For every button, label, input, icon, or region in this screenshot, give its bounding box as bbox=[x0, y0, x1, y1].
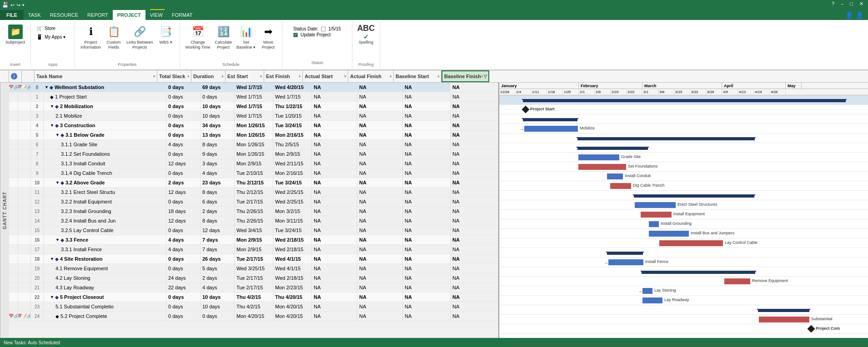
row-task-name[interactable]: 4.1 Remove Equipment bbox=[44, 264, 166, 273]
table-row[interactable]: 93.1.4 Dig Cable Trench0 days4 daysTue 2… bbox=[9, 169, 498, 178]
row-task-name[interactable]: 2.1 Mobilize bbox=[44, 111, 166, 120]
status-date-checkbox[interactable] bbox=[321, 27, 326, 31]
table-row[interactable]: 143.2.4 Install Bus and Jun12 days8 days… bbox=[9, 216, 498, 226]
col-header-actual-finish[interactable]: Actual Finish ▾ bbox=[348, 70, 394, 82]
table-row[interactable]: 123.2.2 Install Equipment0 days6 daysTue… bbox=[9, 197, 498, 207]
redo-icon[interactable]: ↪ bbox=[16, 2, 20, 8]
table-row[interactable]: 10▼◆3.2 Above Grade2 days23 daysThu 2/12… bbox=[9, 178, 498, 188]
calculate-project-button[interactable]: 🔢 CalculateProject bbox=[213, 24, 234, 51]
table-row[interactable]: 18▼◆4 Site Restoration0 days26 daysTue 2… bbox=[9, 254, 498, 264]
close-button[interactable]: ✕ bbox=[857, 1, 866, 7]
table-row[interactable]: 63.1.1 Grade Site4 days8 daysMon 1/26/15… bbox=[9, 140, 498, 149]
tab-resource[interactable]: RESOURCE bbox=[45, 10, 83, 20]
table-row[interactable]: 4▼◆3 Construction0 days34 daysMon 1/26/1… bbox=[9, 121, 498, 130]
sign-in-area[interactable]: 👤 👤 bbox=[838, 11, 868, 19]
table-row[interactable]: 153.2.5 Lay Control Cable0 days12 daysWe… bbox=[9, 226, 498, 235]
minimize-button[interactable]: – bbox=[838, 1, 846, 7]
actual-finish-dropdown-icon[interactable]: ▾ bbox=[390, 74, 391, 79]
row-task-name[interactable]: 3.2.2 Install Equipment bbox=[44, 197, 166, 206]
col-header-id[interactable] bbox=[22, 70, 35, 82]
col-header-baseline-start[interactable]: Baseline Start ▾ bbox=[394, 70, 442, 82]
project-information-button[interactable]: ℹ ProjectInformation bbox=[79, 24, 103, 51]
spelling-button[interactable]: ABC ✓ Spelling bbox=[356, 24, 376, 46]
row-task-name[interactable]: 3.2.3 Install Grounding bbox=[44, 207, 166, 216]
row-task-name[interactable]: ◆1 Project Start bbox=[44, 92, 166, 101]
undo-icon[interactable]: ↩ bbox=[10, 2, 15, 8]
tab-file[interactable]: FILE bbox=[0, 10, 24, 20]
table-row[interactable]: 173.3.1 Install Fence4 days7 daysMon 2/9… bbox=[9, 245, 498, 254]
table-row[interactable]: 214.3 Lay Roadway22 days4 daysTue 2/17/1… bbox=[9, 283, 498, 292]
help-button[interactable]: ? bbox=[829, 1, 837, 7]
row-task-name[interactable]: ▼◆3.2 Above Grade bbox=[44, 178, 166, 187]
task-name-dropdown-icon[interactable]: ▾ bbox=[153, 74, 155, 79]
total-slack-dropdown-icon[interactable]: ▾ bbox=[187, 74, 189, 79]
my-apps-button[interactable]: 📱 My Apps ▾ bbox=[35, 33, 71, 41]
row-task-name[interactable]: ▼◆2 Mobilization bbox=[44, 102, 166, 111]
tab-format[interactable]: FORMAT bbox=[167, 10, 197, 20]
maximize-button[interactable]: □ bbox=[847, 1, 856, 7]
table-row[interactable]: 📅🔗📅📝🔗24◆5.2 Project Complete0 days0 days… bbox=[9, 312, 498, 321]
table-row[interactable]: 2▼◆2 Mobilization0 days10 daysWed 1/7/15… bbox=[9, 102, 498, 111]
customize-icon[interactable]: ▾ bbox=[22, 3, 25, 7]
table-row[interactable]: 83.1.3 Install Conduit12 days3 daysMon 2… bbox=[9, 159, 498, 169]
baseline-start-dropdown-icon[interactable]: ▾ bbox=[437, 74, 439, 79]
table-row[interactable]: 32.1 Mobilize0 days10 daysWed 1/7/15Tue … bbox=[9, 111, 498, 121]
row-task-name[interactable]: ▼◆3 Construction bbox=[44, 121, 166, 130]
tab-project[interactable]: PROJECT bbox=[113, 10, 146, 20]
col-header-total-slack[interactable]: Total Slack ▾ bbox=[157, 70, 191, 82]
update-project-checkbox[interactable]: ✓ bbox=[293, 33, 298, 37]
col-header-actual-start[interactable]: Actual Start ▾ bbox=[303, 70, 348, 82]
store-button[interactable]: 🛒 Store bbox=[35, 25, 71, 32]
col-header-duration[interactable]: Duration ▾ bbox=[191, 70, 226, 82]
row-task-name[interactable]: ▼◆3.3 Fence bbox=[44, 235, 166, 244]
row-task-name[interactable]: 4.3 Lay Roadway bbox=[44, 283, 166, 292]
table-row[interactable]: 1◆1 Project Start0 days0 daysWed 1/7/15W… bbox=[9, 92, 498, 102]
baseline-finish-dropdown-icon[interactable]: ▾ bbox=[481, 74, 483, 79]
table-row[interactable]: 113.2.1 Erect Steel Structu12 days8 days… bbox=[9, 188, 498, 197]
update-project-label[interactable]: Update Project bbox=[301, 32, 331, 37]
table-row[interactable]: 📅🔗📅📝🔗0▼◆Wellmont Substation0 days69 days… bbox=[9, 83, 498, 92]
custom-fields-button[interactable]: 📋 CustomFields bbox=[104, 24, 124, 51]
row-task-name[interactable]: 3.1.2 Set Foundations bbox=[44, 149, 166, 159]
table-row[interactable]: 22▼◆5 Project Closeout0 days10 daysThu 4… bbox=[9, 292, 498, 302]
row-task-name[interactable]: ◆5.2 Project Complete bbox=[44, 312, 166, 321]
row-task-name[interactable]: ▼◆Wellmont Substation bbox=[44, 83, 166, 92]
table-row[interactable]: 194.1 Remove Equipment0 days5 daysWed 3/… bbox=[9, 264, 498, 273]
row-task-name[interactable]: 3.2.4 Install Bus and Jun bbox=[44, 216, 166, 225]
change-working-time-button[interactable]: 📅 ChangeWorking Time bbox=[184, 24, 212, 51]
col-header-baseline-finish[interactable]: Baseline Finish ▾ ▽ bbox=[442, 70, 489, 82]
tab-view[interactable]: VIEW bbox=[146, 10, 167, 20]
save-icon[interactable]: 💾 bbox=[2, 2, 9, 8]
est-finish-dropdown-icon[interactable]: ▾ bbox=[299, 74, 301, 79]
row-task-name[interactable]: 3.1.4 Dig Cable Trench bbox=[44, 169, 166, 178]
duration-dropdown-icon[interactable]: ▾ bbox=[221, 74, 223, 79]
row-task-name[interactable]: ▼◆5 Project Closeout bbox=[44, 292, 166, 302]
subproject-button[interactable]: 📁 Subproject bbox=[4, 24, 27, 46]
row-task-name[interactable]: 5.1 Substaintial Completio bbox=[44, 302, 166, 311]
table-row[interactable]: 204.2 Lay Stoning24 days2 daysTue 2/17/1… bbox=[9, 273, 498, 283]
set-baseline-button[interactable]: 📊 SetBaseline ▾ bbox=[235, 24, 257, 51]
window-controls[interactable]: ? – □ ✕ bbox=[829, 1, 866, 7]
row-task-name[interactable]: 3.1.1 Grade Site bbox=[44, 140, 166, 149]
row-task-name[interactable]: 3.2.5 Lay Control Cable bbox=[44, 226, 166, 235]
quick-access-toolbar[interactable]: 💾 ↩ ↪ ▾ bbox=[2, 2, 25, 8]
table-row[interactable]: 16▼◆3.3 Fence4 days7 daysMon 2/9/15Wed 2… bbox=[9, 235, 498, 245]
row-task-name[interactable]: ▼◆3.1 Below Grade bbox=[44, 130, 166, 139]
row-task-name[interactable]: 3.3.1 Install Fence bbox=[44, 245, 166, 254]
row-task-name[interactable]: 3.2.1 Erect Steel Structu bbox=[44, 188, 166, 197]
tab-report[interactable]: REPORT bbox=[83, 10, 113, 20]
links-between-projects-button[interactable]: 🔗 Links BetweenProjects bbox=[125, 24, 155, 51]
actual-start-dropdown-icon[interactable]: ▾ bbox=[344, 74, 346, 79]
est-start-dropdown-icon[interactable]: ▾ bbox=[260, 74, 262, 79]
row-task-name[interactable]: 3.1.3 Install Conduit bbox=[44, 159, 166, 168]
col-header-est-start[interactable]: Est Start ▾ bbox=[226, 70, 264, 82]
wbs-button[interactable]: 📑 WBS ▾ bbox=[156, 24, 176, 46]
row-task-name[interactable]: 4.2 Lay Stoning bbox=[44, 273, 166, 283]
table-row[interactable]: 5▼◆3.1 Below Grade0 days13 daysMon 1/26/… bbox=[9, 130, 498, 140]
table-row[interactable]: 73.1.2 Set Foundations0 days9 daysMon 1/… bbox=[9, 149, 498, 159]
table-row[interactable]: 133.2.3 Install Grounding18 days2 daysTh… bbox=[9, 207, 498, 216]
table-row[interactable]: 235.1 Substaintial Completio0 days10 day… bbox=[9, 302, 498, 312]
row-task-name[interactable]: ▼◆4 Site Restoration bbox=[44, 254, 166, 263]
move-project-button[interactable]: ➡ MoveProject bbox=[258, 24, 278, 51]
col-header-task-name[interactable]: Task Name ▾ bbox=[35, 70, 157, 82]
